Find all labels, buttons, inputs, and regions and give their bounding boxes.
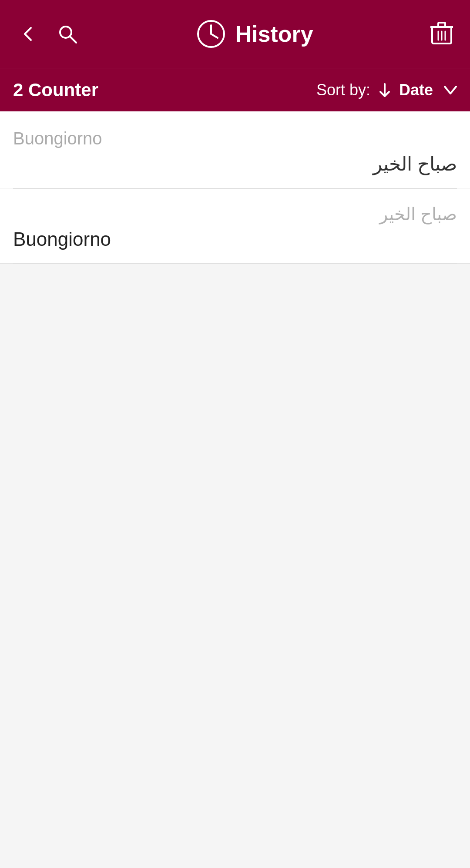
sort-dropdown-icon[interactable]: [444, 86, 457, 94]
toolbar: 2 Counter Sort by: Date: [0, 68, 470, 111]
trash-icon: [430, 22, 453, 46]
svg-line-1: [70, 37, 76, 43]
empty-area: [0, 264, 470, 868]
search-icon: [57, 23, 78, 44]
page-title: History: [235, 21, 313, 47]
svg-line-4: [211, 34, 218, 38]
back-icon: [19, 24, 38, 44]
search-button[interactable]: [52, 19, 83, 49]
sort-direction-icon[interactable]: [377, 82, 393, 98]
svg-rect-7: [438, 23, 445, 27]
target-text: صباح الخير: [13, 153, 457, 175]
list-item[interactable]: Buongiorno صباح الخير: [0, 111, 470, 188]
history-list: Buongiorno صباح الخير صباح الخير Buongio…: [0, 111, 470, 264]
app-header: History: [0, 0, 470, 68]
delete-button[interactable]: [426, 19, 457, 49]
header-title-area: History: [83, 19, 426, 49]
counter-label: 2 Counter: [13, 80, 316, 101]
clock-icon: [196, 19, 226, 49]
source-text-light: Buongiorno: [13, 129, 457, 148]
source-text-dark: Buongiorno: [13, 228, 457, 250]
list-item[interactable]: صباح الخير Buongiorno: [0, 189, 470, 264]
sort-area: Sort by: Date: [316, 81, 457, 99]
sort-value-label: Date: [399, 81, 433, 99]
back-button[interactable]: [13, 19, 44, 49]
target-text-light: صباح الخير: [13, 204, 457, 224]
sort-by-label: Sort by:: [316, 81, 370, 99]
